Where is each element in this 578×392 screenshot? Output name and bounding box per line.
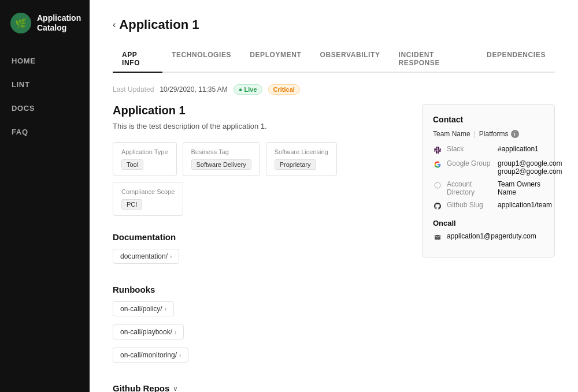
github-repos-title: Github Repos xyxy=(113,383,169,392)
info-card-compliance-scope-tag: PCI xyxy=(121,199,142,210)
contact-github-label: Github Slug xyxy=(447,201,493,209)
contact-google-value: group1@google.com group2@google.com xyxy=(498,159,562,176)
sidebar-item-lint[interactable]: LINT xyxy=(0,73,90,96)
documentation-item-0[interactable]: documentation/ › xyxy=(113,249,179,264)
slack-icon xyxy=(433,145,442,155)
runbooks-section: Runbooks on-call/policy/ › on-call/playb… xyxy=(113,285,408,367)
contact-github-value: application1/team xyxy=(498,201,552,209)
sidebar-logo: 🌿 Application Catalog xyxy=(0,0,90,50)
main-content: ‹ Application 1 APP INFO TECHNOLOGIES DE… xyxy=(90,0,578,392)
contact-divider: | xyxy=(474,130,476,138)
runbook-item-2-label: on-call/monitoring/ xyxy=(120,351,177,359)
back-header: ‹ Application 1 xyxy=(113,17,555,32)
info-card-software-licensing-label: Software Licensing xyxy=(275,148,328,155)
contact-directory-label: Account Directory xyxy=(447,180,493,196)
runbook-item-1-chevron: › xyxy=(175,329,176,335)
info-card-business-tag-label: Business Tag xyxy=(191,148,251,155)
info-card-app-type: Application Type Tool xyxy=(113,142,177,176)
contact-row-github: Github Slug application1/team xyxy=(433,201,544,211)
contact-info-icon: i xyxy=(511,130,519,138)
runbook-item-1[interactable]: on-call/playbook/ › xyxy=(113,324,184,339)
app-description: This is the test description of the appl… xyxy=(113,122,408,130)
info-card-compliance-scope-label: Compliance Scope xyxy=(121,188,175,195)
info-card-compliance-scope: Compliance Scope PCI xyxy=(113,182,183,216)
content-wrapper: ‹ Application 1 APP INFO TECHNOLOGIES DE… xyxy=(90,0,578,392)
info-card-business-tag-tag: Software Delivery xyxy=(191,159,251,170)
github-repos-header[interactable]: Github Repos ∨ xyxy=(113,383,408,392)
runbook-item-0-label: on-call/policy/ xyxy=(120,305,162,313)
contact-directory-value: Team Owners Name xyxy=(498,180,544,196)
documentation-item-0-chevron: › xyxy=(170,253,172,260)
github-repos-section: Github Repos ∨ xyxy=(113,383,408,392)
meta-row: Last Updated 10/29/2020, 11:35 AM ● Live… xyxy=(113,84,555,95)
sidebar-item-faq[interactable]: FAQ xyxy=(0,121,90,143)
documentation-item-0-label: documentation/ xyxy=(120,252,168,260)
svg-point-0 xyxy=(435,182,440,188)
runbook-item-0[interactable]: on-call/policy/ › xyxy=(113,301,174,316)
runbooks-list: on-call/policy/ › on-call/playbook/ › on… xyxy=(113,301,408,367)
email-icon xyxy=(433,233,442,242)
contact-platforms-label: Platforms xyxy=(479,130,509,138)
tab-observability[interactable]: OBSERVABILITY xyxy=(311,46,390,73)
page-title: Application 1 xyxy=(119,17,199,32)
info-card-business-tag: Business Tag Software Delivery xyxy=(183,142,260,176)
app-name: Application 1 xyxy=(113,104,408,117)
sidebar: 🌿 Application Catalog HOME LINT DOCS FAQ xyxy=(0,0,90,392)
google-icon xyxy=(433,160,442,169)
info-card-app-type-tag: Tool xyxy=(121,159,143,170)
github-repos-chevron: ∨ xyxy=(173,384,178,393)
info-cards: Application Type Tool Business Tag Softw… xyxy=(113,142,408,216)
info-card-app-type-label: Application Type xyxy=(121,148,168,155)
back-button[interactable]: ‹ xyxy=(113,20,116,30)
runbook-item-1-label: on-call/playbook/ xyxy=(120,328,172,336)
app-info-left: Application 1 This is the test descripti… xyxy=(113,104,408,392)
directory-icon xyxy=(433,181,442,190)
tab-incident-response[interactable]: INCIDENT RESPONSE xyxy=(390,46,478,73)
contact-row-directory: Account Directory Team Owners Name xyxy=(433,180,544,196)
sidebar-item-home[interactable]: HOME xyxy=(0,50,90,72)
runbook-item-2-chevron: › xyxy=(179,352,181,359)
runbook-item-2[interactable]: on-call/monitoring/ › xyxy=(113,348,188,363)
documentation-title: Documentation xyxy=(113,232,408,242)
tab-technologies[interactable]: TECHNOLOGIES xyxy=(162,46,240,73)
documentation-section: Documentation documentation/ › xyxy=(113,232,408,268)
contact-card: Contact Team Name | Platforms i Slack #a… xyxy=(422,104,555,257)
contact-row-slack: Slack #application1 xyxy=(433,145,544,155)
runbook-item-0-chevron: › xyxy=(165,306,166,312)
github-icon xyxy=(433,201,442,211)
contact-slack-label: Slack xyxy=(447,145,493,153)
contact-team-name: Team Name xyxy=(433,130,470,138)
logo-text: Application Catalog xyxy=(37,13,81,33)
contact-slack-value: #application1 xyxy=(498,145,544,153)
last-updated-date: 10/29/2020, 11:35 AM xyxy=(160,85,227,94)
app-info-row: Application 1 This is the test descripti… xyxy=(113,104,555,392)
contact-card-title: Contact xyxy=(433,115,544,124)
contact-row-google: Google Group group1@google.com group2@go… xyxy=(433,159,544,176)
sidebar-item-docs[interactable]: DOCS xyxy=(0,97,90,120)
sidebar-nav: HOME LINT DOCS FAQ xyxy=(0,50,90,143)
info-card-software-licensing: Software Licensing Proprietary xyxy=(266,142,337,176)
last-updated-label: Last Updated xyxy=(113,85,154,94)
tab-dependencies[interactable]: DEPENDENCIES xyxy=(477,46,555,73)
logo-icon: 🌿 xyxy=(10,13,31,33)
badge-critical: Critical xyxy=(268,84,300,95)
badge-live: ● Live xyxy=(234,84,262,95)
contact-row-oncall: application1@pagerduty.com xyxy=(433,232,544,242)
tab-deployment[interactable]: DEPLOYMENT xyxy=(240,46,310,73)
tabs-bar: APP INFO TECHNOLOGIES DEPLOYMENT OBSERVA… xyxy=(113,46,555,73)
info-card-software-licensing-tag: Proprietary xyxy=(275,159,316,170)
contact-team-row: Team Name | Platforms i xyxy=(433,130,544,138)
contact-google-label: Google Group xyxy=(447,159,493,167)
oncall-email: application1@pagerduty.com xyxy=(447,232,544,240)
oncall-title: Oncall xyxy=(433,219,544,227)
runbooks-title: Runbooks xyxy=(113,285,408,294)
tab-app-info[interactable]: APP INFO xyxy=(113,46,162,73)
